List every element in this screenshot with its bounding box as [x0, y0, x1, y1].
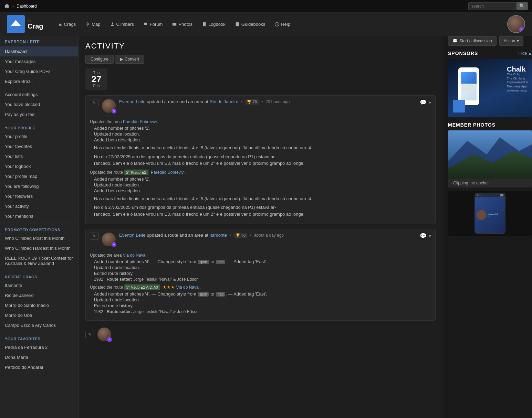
sidebar-item-fav2[interactable]: Dona Marta: [0, 352, 78, 362]
configure-button[interactable]: Configure: [85, 55, 114, 64]
entry-location-2[interactable]: Itamonte: [209, 233, 227, 238]
sidebar-item-pay[interactable]: Pay as you feel: [0, 109, 78, 119]
sidebar-item-explore[interactable]: Explore Brazil: [0, 76, 78, 86]
entry-route-link-2[interactable]: Via do Naval: [176, 285, 200, 290]
entry-user-link-2[interactable]: Everton Leite: [119, 233, 146, 238]
entry-user-link-1[interactable]: Everton Leite: [119, 99, 146, 104]
entry-more-button-2[interactable]: ▾: [429, 233, 431, 239]
sidebar-item-crag-campo[interactable]: Campo Escola Ary Carlos: [0, 320, 78, 330]
entry-comment-button-1[interactable]: 💬: [420, 99, 427, 106]
sidebar-item-messages[interactable]: Your messages: [0, 56, 78, 66]
entry-location-1[interactable]: Rio de Janeiro: [209, 99, 238, 104]
tag-trad-2: trad: [216, 292, 225, 297]
date-block: Thu 27 Feb: [85, 68, 107, 90]
entry-detail-2b: Updated node location.: [94, 265, 431, 270]
action-button[interactable]: Action ▾: [499, 36, 523, 46]
svg-point-4: [174, 23, 175, 25]
sponsors-hide-link[interactable]: Hide ▲: [518, 51, 532, 56]
entry-area-title-1: Updated the area Paredão Sobrevivi.: [90, 119, 431, 124]
entry-route-detail-2a: Added number of pitches '4'. — Changed s…: [94, 291, 431, 297]
entry-detail-1c: Added beta description.: [94, 137, 431, 142]
nav-guidebooks[interactable]: Guidebooks: [231, 20, 269, 29]
nav-crags[interactable]: Crags: [54, 20, 80, 29]
sidebar-item-logbook[interactable]: Your logbook: [0, 161, 78, 171]
sidebar-item-your-profile[interactable]: Your profile: [0, 131, 78, 141]
breadcrumb: › Dashboard: [4, 3, 37, 9]
sidebar-item-lists[interactable]: Your lists: [0, 151, 78, 161]
sidebar-item-guide-pdfs[interactable]: Your Crag Guide PDFs: [0, 66, 78, 76]
entry-avatar-badge-2: ✎: [112, 242, 116, 247]
date-day-number: 27: [92, 75, 102, 84]
entry-actions-1: 💬 ▾: [420, 99, 431, 106]
entry-route-detail-1d: Nas duas fendas finais, a primeira aceit…: [94, 195, 431, 202]
sidebar-item-activity[interactable]: Your activity: [0, 201, 78, 211]
sidebar-item-crag-itamonte[interactable]: Itamonte: [0, 280, 78, 290]
sidebar-item-favorites[interactable]: Your favorites: [0, 141, 78, 151]
entry-time-2: about a day ago: [254, 233, 284, 238]
entry-edit-button-1[interactable]: ✎: [90, 99, 98, 106]
nav-climbers[interactable]: Climbers: [106, 20, 138, 29]
sidebar-item-comp2[interactable]: Who Climbed Hardest this Month: [0, 243, 78, 253]
sidebar-item-dashboard[interactable]: Dashboard: [0, 46, 78, 56]
photo-card-1[interactable]: - Clipping the anchor: [448, 130, 532, 187]
sidebar-item-account-settings[interactable]: Account settings: [0, 89, 78, 99]
route-badge-1: 2° IVsup E2: [124, 170, 148, 175]
sidebar-item-fav1[interactable]: Pedra da Ferradura 2: [0, 342, 78, 352]
home-icon[interactable]: [4, 3, 10, 9]
configure-bar: Configure ▶ Convert: [85, 55, 436, 64]
sidebar-item-crag-morro-uba[interactable]: Morro do Ubá: [0, 310, 78, 320]
entry-route-link-1[interactable]: Paredão Sobrevivi: [151, 170, 185, 175]
help-icon: ?: [275, 22, 279, 26]
route-badge-2: 3° Vsup E2 AID:A0: [124, 285, 160, 290]
nav-map[interactable]: Map: [81, 20, 104, 29]
sidebar-item-mentions[interactable]: Your mentions: [0, 211, 78, 221]
sidebar-item-blocked[interactable]: You have blocked: [0, 99, 78, 109]
nav-forum[interactable]: Forum: [139, 20, 167, 29]
sponsor-phone-screen: [461, 72, 477, 100]
entry-actions-2: 💬 ▾: [420, 233, 431, 239]
logo-icon: [7, 15, 25, 33]
nav-help[interactable]: ? Help: [271, 20, 294, 29]
entry-meta-2: Everton Leite updated a route and an are…: [119, 233, 416, 238]
photo-caption-1: - Clipping the anchor: [448, 179, 532, 187]
nav-logbook[interactable]: Logbook: [198, 20, 230, 29]
page-layout: Everton Leite Dashboard Your messages Yo…: [0, 36, 532, 418]
sidebar-item-crag-morro-santo[interactable]: Morro do Santo Inácio: [0, 300, 78, 310]
map-icon: [85, 22, 90, 26]
entry-more-button-1[interactable]: ▾: [429, 100, 431, 105]
entry-area-link-2[interactable]: Via do Naval: [123, 253, 146, 258]
sidebar-item-profile-map[interactable]: Your profile map: [0, 171, 78, 181]
entry-edit-button-2[interactable]: ✎: [90, 233, 98, 240]
sidebar-item-followers[interactable]: Your followers: [0, 191, 78, 201]
sidebar-item-comp3[interactable]: REEL ROCK 19 Ticket Contest for Australi…: [0, 253, 78, 268]
sponsor-screen-content: [461, 84, 477, 92]
phone-avatar: [477, 210, 486, 220]
chalk-download: Download Today: [507, 89, 527, 92]
entry-area-link-1[interactable]: Paredão Sobrevivi: [123, 119, 157, 124]
search-button[interactable]: 🔍: [517, 2, 528, 10]
top-bar: › Dashboard 🔍: [0, 0, 532, 12]
search-input[interactable]: [468, 2, 517, 10]
svg-text:?: ?: [277, 23, 278, 26]
svg-point-0: [87, 23, 88, 25]
sidebar-item-following[interactable]: You are following: [0, 181, 78, 191]
convert-button[interactable]: ▶ Convert: [115, 55, 144, 64]
entry-route-detail-2c: Edited route history.: [94, 303, 431, 308]
entry-route-detail-1a: Added number of pitches '2'.: [94, 176, 431, 182]
entry-comment-button-2[interactable]: 💬: [420, 233, 427, 239]
start-discussion-button[interactable]: 💬 Start a discussion: [448, 36, 497, 46]
logo[interactable]: the Crag: [7, 15, 43, 33]
photo-card-2[interactable]: 9:41▓▓ nedaa.sh.f 1d: [448, 191, 532, 236]
entry-avatar-2: ✎: [102, 233, 116, 246]
entry-quality-2: 🏆 70: [234, 233, 247, 238]
entry-body-1: Updated the area Paredão Sobrevivi. Adde…: [86, 116, 435, 224]
sidebar-item-fav3[interactable]: Perdido do Andaraí: [0, 362, 78, 372]
sidebar-item-comp1[interactable]: Who Climbed Most this Month: [0, 233, 78, 243]
nav-photos[interactable]: Photos: [168, 20, 196, 29]
entry-route-detail-1c: Added beta description.: [94, 188, 431, 193]
header: the Crag Crags Map Climbers Forum Photos…: [0, 12, 532, 36]
sidebar-item-crag-rio[interactable]: Rio de Janeiro: [0, 290, 78, 300]
entry-edit-button-3[interactable]: ✎: [85, 331, 94, 338]
sponsor-image[interactable]: Chalk The Cräg The ClimbingImprovement &…: [448, 59, 532, 117]
avatar[interactable]: ✎: [507, 15, 525, 33]
